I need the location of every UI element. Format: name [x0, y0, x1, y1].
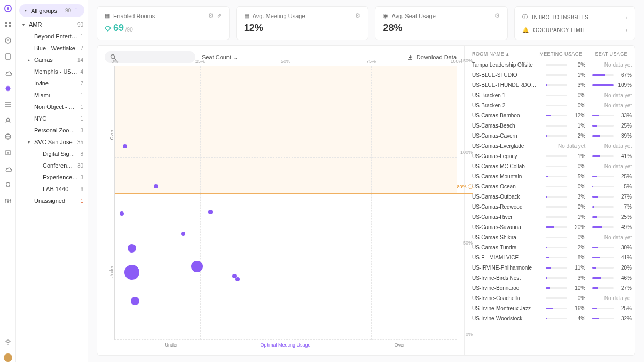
table-row[interactable]: US-Camas-Legacy1%41%: [472, 151, 632, 161]
bubble[interactable]: [181, 232, 185, 236]
bubble[interactable]: [235, 277, 240, 281]
table-row[interactable]: US-BLUE-STUDIO1%67%: [472, 70, 632, 80]
card-icon: ▦: [105, 12, 110, 19]
group-item[interactable]: LAB 14406: [16, 183, 88, 195]
link-intro[interactable]: ⓘ INTRO TO INSIGHTS ›: [522, 10, 627, 24]
table-row[interactable]: US-Camas-Shikira0%No data yet: [472, 232, 632, 242]
check-heart-icon: [105, 25, 111, 32]
group-item[interactable]: ▸Camas14: [16, 54, 88, 66]
svg-point-10: [7, 341, 9, 343]
table-row[interactable]: US-Irvine-Bonnaroo10%27%: [472, 283, 632, 293]
card-icon: ◉: [383, 12, 388, 19]
table-row[interactable]: US-Camas-MC Collab0%No data yet: [472, 161, 632, 171]
group-item[interactable]: ▾SVC San Jose35: [16, 136, 88, 148]
group-item[interactable]: Non Object - Port...1: [16, 101, 88, 113]
logo-icon[interactable]: [4, 4, 12, 13]
settings-list-icon[interactable]: [4, 100, 12, 109]
sort-dropdown[interactable]: Seat Count ⌄: [202, 54, 238, 61]
bubble[interactable]: [124, 265, 139, 280]
bubble[interactable]: [208, 210, 213, 214]
card-title: Avg. Meeting Usage: [253, 13, 352, 19]
group-item[interactable]: Blue - Westlake7: [16, 42, 88, 54]
layers-icon[interactable]: [4, 148, 12, 157]
bubble[interactable]: [128, 244, 136, 253]
all-groups[interactable]: ▾ All groups 90 ⋮: [19, 4, 84, 17]
bell-icon: 🔔: [522, 27, 529, 33]
table-row[interactable]: US-Bracken 10%No data yet: [472, 90, 632, 100]
bubble[interactable]: [120, 211, 124, 216]
table-row[interactable]: US-Irvine-Montreux Jazz16%25%: [472, 303, 632, 313]
table-row[interactable]: US-Camas-Savanna20%49%: [472, 222, 632, 232]
globe-icon[interactable]: [4, 132, 12, 141]
chevron-down-icon: ⌄: [233, 54, 238, 61]
bubble[interactable]: [131, 297, 139, 305]
col-seat-usage[interactable]: SEAT USAGE: [583, 51, 627, 57]
bubble[interactable]: [123, 144, 127, 148]
person-icon[interactable]: [4, 116, 12, 125]
table-row[interactable]: US-Camas-EvergladeNo data yetNo data yet: [472, 141, 632, 151]
download-icon: [407, 54, 413, 60]
svg-point-11: [111, 55, 115, 59]
svg-point-4: [6, 119, 9, 121]
avatar[interactable]: [4, 353, 12, 362]
groups-sidebar: ▾ All groups 90 ⋮ ▾AMR90Beyond Entertain…: [16, 0, 88, 362]
col-room-name[interactable]: ROOM NAME▴: [472, 51, 537, 57]
table-row[interactable]: US-Camas-River1%25%: [472, 212, 632, 222]
table-row[interactable]: US-Camas-Cavern2%39%: [472, 131, 632, 141]
gear-icon[interactable]: ⚙: [355, 12, 360, 19]
group-item[interactable]: Beyond Entertainm...1: [16, 30, 88, 42]
gear-icon[interactable]: ⚙: [208, 12, 214, 19]
gear-icon[interactable]: ⚙: [494, 12, 500, 19]
group-item[interactable]: Miami1: [16, 89, 88, 101]
nav-rail: [0, 0, 16, 362]
table-row[interactable]: Tampa Leadership Offsite0%No data yet: [472, 60, 632, 70]
svg-point-9: [9, 200, 11, 201]
bubble[interactable]: [191, 261, 203, 272]
group-item[interactable]: NYC1: [16, 113, 88, 124]
table-row[interactable]: US-IRVINE-Philharmonie11%20%: [472, 263, 632, 273]
group-item[interactable]: Unassigned1: [16, 195, 88, 207]
activity-icon[interactable]: [4, 36, 12, 45]
insights-icon[interactable]: [4, 84, 12, 93]
table-row[interactable]: US-Camas-Outback3%27%: [472, 192, 632, 202]
table-row[interactable]: US-Camas-Ocean0%5%: [472, 182, 632, 192]
rooms-table: ROOM NAME▴ MEETING USAGE SEAT USAGE Tamp…: [464, 46, 635, 355]
cloud2-icon[interactable]: [4, 164, 12, 173]
table-row[interactable]: US-Irvine-Birds Nest3%46%: [472, 273, 632, 283]
group-item[interactable]: Experience Center3: [16, 171, 88, 183]
download-button[interactable]: Download Data: [407, 54, 457, 60]
table-row[interactable]: US-Irvine-Coachella0%No data yet: [472, 293, 632, 303]
bulb-icon[interactable]: [4, 180, 12, 189]
link-occupancy[interactable]: 🔔 OCCUPANCY LIMIT ›: [522, 24, 627, 36]
book-icon[interactable]: [4, 52, 12, 61]
group-item[interactable]: Digital Signage8: [16, 148, 88, 160]
svg-point-1: [7, 7, 9, 10]
table-row[interactable]: US-Camas-Redwood0%7%: [472, 202, 632, 212]
group-item[interactable]: Conference Roo...30: [16, 160, 88, 171]
table-row[interactable]: US-FL-MIAMI VICE8%41%: [472, 253, 632, 263]
sort-icon: ▴: [506, 51, 509, 57]
group-item[interactable]: Irvine7: [16, 77, 88, 89]
main-content: ▦ Enabled Rooms ⚙ ⇗ 69 /90 ▤ Avg. Meetin…: [88, 0, 644, 362]
table-row[interactable]: US-BLUE-THUNDERDOME3%109%: [472, 80, 632, 90]
col-meeting-usage[interactable]: MEETING USAGE: [537, 51, 582, 57]
group-item[interactable]: ▾AMR90: [16, 19, 88, 30]
cloud-icon[interactable]: [4, 68, 12, 77]
card-enabled-rooms: ▦ Enabled Rooms ⚙ ⇗ 69 /90: [97, 6, 230, 40]
table-row[interactable]: US-Camas-Beach1%25%: [472, 121, 632, 131]
card-meeting-usage: ▤ Avg. Meeting Usage ⚙ 12%: [236, 6, 369, 40]
group-item[interactable]: Memphis - USDC4: [16, 66, 88, 77]
table-row[interactable]: US-Camas-Tundra2%30%: [472, 242, 632, 253]
bubble[interactable]: [154, 184, 158, 188]
group-item[interactable]: Personal ZoomRo...3: [16, 124, 88, 136]
card-seat-usage: ◉ Avg. Seat Usage ⚙ 28%: [375, 6, 508, 40]
external-link-icon[interactable]: ⇗: [217, 12, 222, 19]
table-row[interactable]: US-Camas-Mountain5%25%: [472, 171, 632, 182]
sliders-icon[interactable]: [4, 196, 12, 205]
kebab-icon[interactable]: ⋮: [73, 7, 79, 14]
dashboard-icon[interactable]: [4, 20, 12, 29]
table-row[interactable]: US-Irvine-Woodstock4%32%: [472, 313, 632, 324]
table-row[interactable]: US-Bracken 20%No data yet: [472, 100, 632, 111]
gear-icon[interactable]: [4, 337, 12, 346]
table-row[interactable]: US-Camas-Bamboo12%33%: [472, 111, 632, 121]
